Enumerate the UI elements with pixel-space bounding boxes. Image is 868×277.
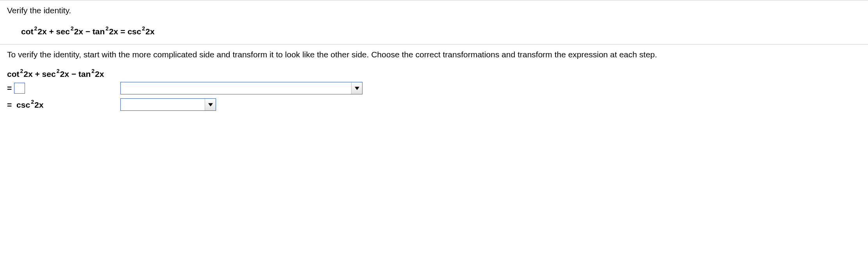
steps-area: cot22x + sec22x − tan22x = = csc22x <box>0 65 868 119</box>
identity-expression: cot22x + sec22x − tan22x = csc22x <box>7 22 861 39</box>
fn-tan: tan <box>93 27 105 36</box>
arg-2x: 2x <box>109 27 118 36</box>
arg-2x: 2x <box>34 100 43 109</box>
op-equals: = <box>120 27 125 36</box>
exp-2: 2 <box>91 68 95 74</box>
fn-csc: csc <box>127 27 141 36</box>
svg-marker-0 <box>355 87 359 90</box>
equals-sign: = <box>7 83 12 93</box>
exp-2: 2 <box>142 25 145 32</box>
fn-sec: sec <box>42 69 56 78</box>
chevron-down-icon <box>205 99 216 110</box>
fn-sec: sec <box>56 27 70 36</box>
op-minus: − <box>86 27 90 36</box>
expression-input[interactable] <box>14 83 25 94</box>
fn-csc: csc <box>16 100 30 109</box>
fn-cot: cot <box>21 27 34 36</box>
op-plus: + <box>49 27 54 36</box>
step-1-row: = <box>7 82 861 94</box>
arg-2x: 2x <box>74 27 83 36</box>
problem-instruction: Verify the identity. <box>7 6 861 15</box>
transformation-dropdown-2[interactable] <box>120 98 216 111</box>
arg-2x: 2x <box>23 69 32 78</box>
exp-2: 2 <box>31 99 34 105</box>
arg-2x: 2x <box>95 69 104 78</box>
problem-section: Verify the identity. cot22x + sec22x − t… <box>0 0 868 44</box>
exp-2: 2 <box>34 25 38 32</box>
arg-2x: 2x <box>145 27 154 36</box>
fn-tan: tan <box>79 69 91 78</box>
chevron-down-icon <box>351 82 362 94</box>
arg-2x: 2x <box>38 27 46 36</box>
equals-sign: = <box>7 100 12 109</box>
svg-marker-1 <box>208 103 213 106</box>
start-expression: cot22x + sec22x − tan22x <box>7 69 861 79</box>
fn-cot: cot <box>7 69 20 78</box>
exp-2: 2 <box>57 68 60 74</box>
arg-2x: 2x <box>60 69 69 78</box>
exp-2: 2 <box>20 68 23 74</box>
directions-section: To verify the identity, start with the m… <box>0 44 868 65</box>
transformation-dropdown-1[interactable] <box>120 82 363 94</box>
op-plus: + <box>35 69 40 78</box>
step-2-row: = csc22x <box>7 98 861 111</box>
exp-2: 2 <box>71 25 74 32</box>
op-minus: − <box>71 69 76 78</box>
exp-2: 2 <box>105 25 109 32</box>
directions-text: To verify the identity, start with the m… <box>7 50 861 59</box>
